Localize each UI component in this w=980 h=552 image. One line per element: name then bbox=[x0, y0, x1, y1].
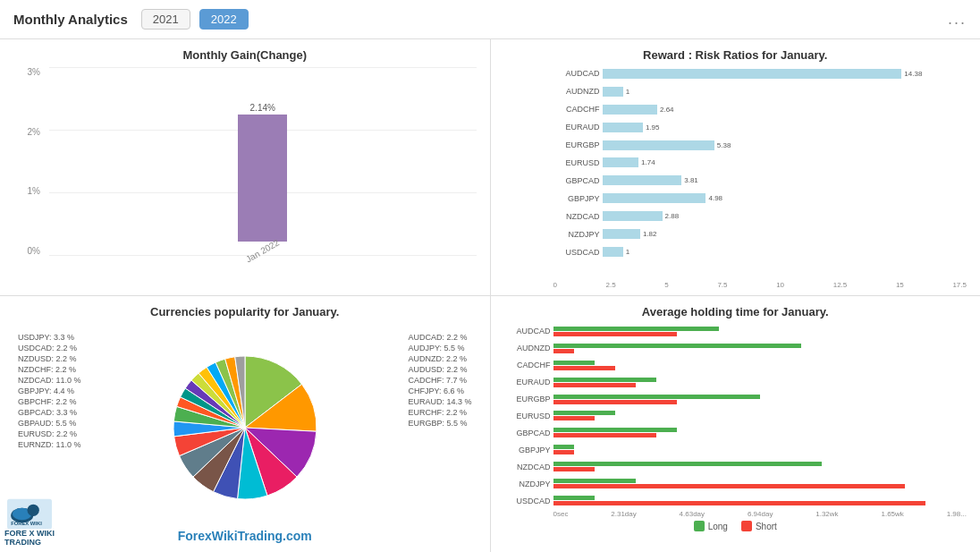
hold-row: NZDCAD bbox=[553, 459, 967, 474]
rr-pair-label: CADCHF bbox=[553, 105, 600, 114]
legend-short-dot bbox=[741, 521, 752, 531]
hold-bar-long bbox=[553, 378, 657, 382]
rr-bar bbox=[603, 211, 663, 221]
pie-labels-left: USDJPY: 3.3 %USDCAD: 2.2 %NZDUSD: 2.2 %N… bbox=[18, 333, 81, 449]
rr-bar bbox=[603, 87, 623, 97]
hold-bar-area bbox=[553, 341, 967, 356]
pie-right-label: AUDCAD: 2.2 % bbox=[408, 333, 471, 342]
hold-row: AUDCAD bbox=[553, 324, 967, 339]
rr-bar-value: 4.98 bbox=[708, 194, 722, 202]
hold-row: GBPCAD bbox=[553, 425, 967, 440]
rr-x-tick: 5 bbox=[664, 281, 668, 289]
gain-y-0: 0% bbox=[28, 246, 40, 256]
hold-bar-long bbox=[553, 411, 615, 415]
pie-right-label: AUDNZD: 2.2 % bbox=[408, 354, 471, 363]
rr-bar-value: 2.64 bbox=[660, 106, 674, 114]
hold-pair-label: AUDNZD bbox=[504, 344, 551, 352]
svg-text:FOREX WIKI: FOREX WIKI bbox=[11, 521, 42, 526]
rr-bar-value: 2.88 bbox=[665, 212, 680, 220]
hold-pair-label: CADCHF bbox=[504, 361, 551, 369]
charts-grid: Monthly Gain(Change) 3% 2% 1% 0% bbox=[0, 39, 980, 552]
rr-pair-label: GBPJPY bbox=[553, 194, 600, 203]
tab-2022[interactable]: 2022 bbox=[199, 9, 249, 30]
hold-bar-area bbox=[553, 476, 967, 491]
forex-logo: FOREX WIKI FORE X WIKI TRADING bbox=[4, 498, 55, 548]
rr-x-tick: 0 bbox=[553, 281, 557, 289]
rr-row: NZDJPY1.82 bbox=[553, 227, 967, 241]
hold-row: EURUSD bbox=[553, 409, 967, 424]
app-container: Monthly Analytics 2021 2022 ... Monthly … bbox=[0, 0, 980, 552]
rr-x-tick: 10 bbox=[776, 281, 784, 289]
holding-time-title: Average holding time for January. bbox=[504, 305, 967, 318]
hold-bar-area bbox=[553, 375, 967, 390]
hold-bar-long bbox=[553, 327, 719, 331]
pie-container: USDJPY: 3.3 %USDCAD: 2.2 %NZDUSD: 2.2 %N… bbox=[13, 324, 477, 531]
hold-chart: AUDCADAUDNZDCADCHFEURAUDEURGBPEURUSDGBPC… bbox=[504, 324, 967, 535]
rr-bar-value: 1 bbox=[626, 248, 629, 256]
hold-row: USDCAD bbox=[553, 493, 967, 508]
rr-bar bbox=[603, 140, 714, 150]
rr-row: EURAUD1.95 bbox=[553, 121, 967, 134]
gain-y-1: 1% bbox=[28, 186, 40, 196]
rr-x-tick: 15 bbox=[896, 281, 904, 289]
options-menu[interactable]: ... bbox=[948, 10, 967, 29]
hold-bar-area bbox=[553, 358, 967, 373]
hold-row: GBPJPY bbox=[553, 442, 967, 457]
rr-bars: AUDCAD14.38AUDNZD1CADCHF2.64EURAUD1.95EU… bbox=[504, 67, 967, 278]
rr-x-tick: 7.5 bbox=[717, 281, 727, 289]
hold-bar-area bbox=[553, 392, 967, 407]
hold-x-tick: 0sec bbox=[553, 510, 569, 518]
hold-bar-area bbox=[553, 324, 967, 339]
pie-left-label: GBPAUD: 5.5 % bbox=[18, 419, 81, 428]
hold-pair-label: NZDCAD bbox=[504, 463, 551, 471]
gain-bar-value-label: 2.14% bbox=[250, 103, 275, 113]
rr-pair-label: NZDJPY bbox=[553, 230, 600, 239]
monthly-gain-panel: Monthly Gain(Change) 3% 2% 1% 0% bbox=[0, 39, 490, 295]
hold-bar-long bbox=[553, 479, 637, 483]
rr-row: CADCHF2.64 bbox=[553, 103, 967, 116]
hold-row: CADCHF bbox=[553, 358, 967, 373]
forex-logo-svg: FOREX WIKI bbox=[7, 498, 52, 530]
hold-bar-short bbox=[553, 366, 615, 370]
rr-pair-label: GBPCAD bbox=[553, 176, 600, 185]
pie-left-label: NZDCHF: 2.2 % bbox=[18, 365, 81, 374]
hold-bar-long bbox=[553, 344, 802, 348]
hold-pair-label: GBPCAD bbox=[504, 429, 551, 437]
hold-row: EURAUD bbox=[553, 375, 967, 390]
pie-right-label: CADCHF: 7.7 % bbox=[408, 376, 471, 385]
svg-point-3 bbox=[28, 505, 39, 516]
rr-x-axis: 02.557.51012.51517.5 bbox=[504, 281, 967, 289]
hold-x-tick: 1.65wk bbox=[881, 510, 903, 518]
rr-bar-value: 5.38 bbox=[717, 141, 731, 149]
forex-logo-text: FORE X WIKI TRADING bbox=[4, 530, 55, 548]
legend-short-label: Short bbox=[756, 522, 777, 531]
hold-pair-label: USDCAD bbox=[504, 497, 551, 505]
pie-right-label: CHFJPY: 6.6 % bbox=[408, 386, 471, 395]
gain-bar-container: 2.14% Jan 2022 bbox=[238, 103, 287, 256]
pie-left-label: EURNZD: 11.0 % bbox=[18, 440, 81, 449]
pie-chart-svg bbox=[165, 347, 325, 508]
hold-bar-area bbox=[553, 442, 967, 457]
grid-line-3 bbox=[49, 67, 477, 68]
page-title: Monthly Analytics bbox=[13, 12, 128, 27]
rr-bar bbox=[603, 193, 706, 203]
gain-y-2: 2% bbox=[28, 127, 40, 137]
pie-left-label: NZDUSD: 2.2 % bbox=[18, 354, 81, 363]
tab-2021[interactable]: 2021 bbox=[141, 9, 190, 30]
rr-bar bbox=[603, 175, 682, 185]
rr-pair-label: EURUSD bbox=[553, 158, 600, 167]
pie-left-label: GBPCHF: 2.2 % bbox=[18, 397, 81, 406]
pie-right-label: EURAUD: 14.3 % bbox=[408, 397, 471, 406]
rr-chart: AUDCAD14.38AUDNZD1CADCHF2.64EURAUD1.95EU… bbox=[504, 67, 967, 278]
hold-pair-label: AUDCAD bbox=[504, 327, 551, 335]
rr-x-tick: 12.5 bbox=[833, 281, 848, 289]
hold-bar-long bbox=[553, 428, 678, 432]
rr-row: EURGBP5.38 bbox=[553, 139, 967, 152]
hold-bar-long bbox=[553, 496, 595, 500]
monthly-gain-title: Monthly Gain(Change) bbox=[13, 48, 477, 62]
rr-pair-label: AUDCAD bbox=[553, 69, 600, 78]
hold-row: AUDNZD bbox=[553, 341, 967, 356]
gain-y-axis: 3% 2% 1% 0% bbox=[13, 67, 45, 256]
rr-bar bbox=[603, 105, 657, 115]
pie-left-label: USDCAD: 2.2 % bbox=[18, 344, 81, 352]
